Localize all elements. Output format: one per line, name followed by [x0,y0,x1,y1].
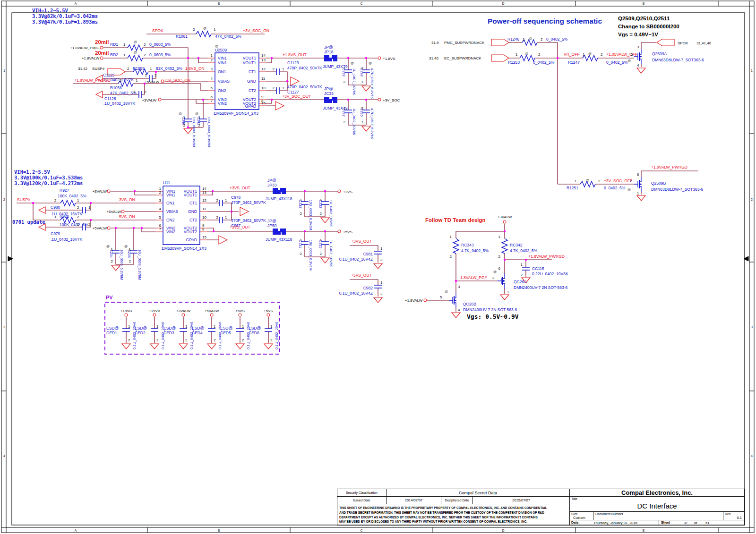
gnd-icon [207,344,216,349]
net-3vs-on: 3VS_ON [119,197,135,202]
terminal-icon [100,57,103,59]
c239-pin1: 1 [344,66,346,70]
jp50-ref: JP50 [267,223,277,228]
legal-cell: THIS SHEET OF ENGINEERING DRAWING IS THE… [337,504,570,526]
c235-val: 10U_0603_6.3V6M [137,249,142,280]
c231-pin2: 2 [300,252,302,256]
u2509-marker: @ [215,44,218,48]
ced3-pin1: 1 [185,324,188,329]
rev-label: Rev [725,512,730,516]
net-18valw-pg: 1.8VALW_PG# [460,275,487,280]
u11-pin4-num: 4 [159,207,162,211]
u2509-gpad: GPAD [245,104,256,109]
c982-val: 0.1U_0402_16V4Z [339,291,373,296]
jumper-JP50 [273,229,286,235]
rd2-ref: RD2 [110,52,118,57]
capacitor-CED4 [208,329,215,331]
r1247-marker: @ [588,52,592,55]
term-18valw-label: +1.8VALW [82,56,100,60]
net-18valw-pwrgd-a: +1.8VALW_PWRGD [74,78,111,83]
qc26b-part: DMN2400UV-7 2N SOT-563-6 [463,307,517,312]
capacitor-C976 [220,200,223,206]
c982-pin2: 2 [380,292,383,296]
terminal-icon [107,190,110,193]
term-18valw-b-label: +1.8VALW [405,298,423,303]
c241-pin1: 1 [198,115,201,119]
u11-on1: ON1 [166,201,175,205]
ced4-pin2: 2 [214,338,216,342]
capacitor-C1123 [276,68,279,75]
sheet-cell: Sheet 37 of 51 [659,520,745,526]
sheet-label: Sheet [661,521,670,524]
r1251-pin1: 1 [575,179,577,183]
gnd-icon [184,128,192,134]
c233-val: 10U_0603_6.3V6M [309,200,313,230]
c235-pin2: 2 [129,259,131,263]
c237-val: 1U_0402_10V6K [352,108,356,135]
q2509b-marker: @ [627,188,631,191]
c1127-pin2: 2 [273,86,275,90]
c240-pin2: 2 [183,123,186,127]
c981-pin1: 1 [380,246,383,251]
zone-bot-a: A [75,529,77,532]
issued-date-value: 2014/07/07 [386,496,441,504]
u11-pin12-num: 12 [202,198,206,203]
r927-val: 100K_0402_5% [58,194,86,198]
gnd-icon [321,218,329,223]
r1056-ref: R1056 [110,85,122,90]
ced2-esd: ESD@ [135,326,147,331]
rd1-ref: RD1 [110,42,118,47]
terminal-icon [182,314,185,316]
cc115-val: 0.22U_0402_10V6K [532,271,568,276]
r1246-val: 0_0402_5% [546,37,568,42]
c240-pin1: 1 [183,115,186,119]
c239-marker: @ [351,61,354,65]
rd2-marker: @ [134,51,137,54]
c979-ref: C979 [51,231,60,236]
gnd-icon [452,313,460,318]
zone-top-e: E [643,2,645,5]
u11-pin5-num: 5 [159,215,162,220]
c1127-pin1: 1 [282,86,284,90]
r1056-pin2: 2 [120,78,122,83]
u11-pin8-num: 8 [202,227,205,231]
cc115-ref: CC115 [532,266,544,271]
r1061-pin1: 1 [214,27,216,32]
r1246-pin1: 1 [523,37,525,42]
r1251-pin2: 2 [598,179,601,183]
note-vih-b1: VIH=1.2~5.5V [14,169,51,175]
sheet-title-text: DC Interface [637,502,677,510]
q2509b-pin2: 2 [630,179,632,183]
c1128-ref: C1128 [104,96,116,101]
gnd-icon [122,344,130,349]
u11-vout1b: VOUT1 [184,193,198,197]
terminal-icon [125,314,128,316]
td-vgs-note: Vgs: 0.5V~0.9V [467,313,519,320]
rd1-pin2: 2 [144,42,146,47]
capacitor-C980 [83,207,86,213]
q2509a-ref: Q2509A [652,51,667,56]
zone-top-a: A [75,2,77,5]
u2509-pin4-num: 4 [211,76,213,81]
c239-val: 1U_0402_10V6K [352,68,356,95]
r1251-val: 0_0402_5% [604,186,626,190]
legal-line-4: MAY BE USED BY OR DISCLOSED TO ANY THIRD… [339,519,570,524]
rc342-val: 4.7K_0402_5% [510,248,538,253]
mosfet-QC26B [449,293,456,308]
issued-date-label: Issued Date [337,496,387,504]
ced6-esd: ESD@ [249,326,261,331]
deciphered-date-value: 2015/07/07 [472,496,570,504]
u2509-pin14-num: 14 [261,53,266,58]
spok-out-pages: 31,41,46 [696,41,712,45]
c980-pin2: 2 [77,205,79,210]
c241-marker: @ [195,112,198,115]
susp-pages: 31,42 [78,67,88,71]
sheet-number: 37 [684,521,687,525]
mosfet-QC26A [498,273,505,288]
capacitor-CED6 [265,329,272,331]
terminal-icon [100,46,103,49]
ced4-ref: CED4 [192,331,203,335]
mosfet-Q2509A [634,49,642,64]
rd2-pin1: 1 [123,53,126,57]
c234-marker: @ [106,245,110,248]
